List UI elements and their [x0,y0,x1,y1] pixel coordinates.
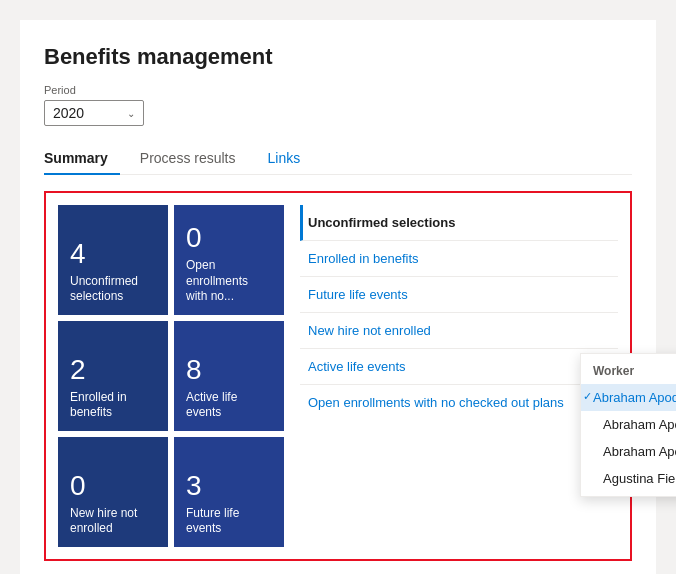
tile-future-label: Future life events [186,506,272,537]
tile-open-label: Open enrollments with no... [186,258,272,305]
period-label: Period [44,84,632,96]
tab-process-results[interactable]: Process results [140,142,248,174]
tile-active-count: 8 [186,356,272,384]
tile-unconfirmed-label: Unconfirmed selections [70,274,156,305]
tile-new-hire-label: New hire not enrolled [70,506,156,537]
summary-box: 4 Unconfirmed selections 0 Open enrollme… [44,191,632,561]
dropdown-item-1[interactable]: Abraham Apodaca [581,411,676,438]
tab-links[interactable]: Links [268,142,313,174]
tabs-bar: Summary Process results Links [44,142,632,175]
period-chevron-icon: ⌄ [127,108,135,119]
dropdown-header: Worker [581,358,676,384]
tile-enrolled-count: 2 [70,356,156,384]
tile-open-count: 0 [186,224,272,252]
page-container: Benefits management Period 2020 ⌄ Summar… [20,20,656,574]
filter-new-hire[interactable]: New hire not enrolled [300,313,618,349]
tile-unconfirmed-count: 4 [70,240,156,268]
tile-new-hire-count: 0 [70,472,156,500]
tile-open-enrollments[interactable]: 0 Open enrollments with no... [174,205,284,315]
tile-future-life[interactable]: 3 Future life events [174,437,284,547]
tile-future-count: 3 [186,472,272,500]
tile-enrolled-benefits[interactable]: 2 Enrolled in benefits [58,321,168,431]
filter-panel: Unconfirmed selections Enrolled in benef… [296,205,618,547]
tile-active-label: Active life events [186,390,272,421]
tile-unconfirmed-selections[interactable]: 4 Unconfirmed selections [58,205,168,315]
filter-open-enroll[interactable]: Open enrollments with no checked out pla… [300,385,618,420]
tile-new-hire[interactable]: 0 New hire not enrolled [58,437,168,547]
dropdown-item-2[interactable]: Abraham Apodaca [581,438,676,465]
dropdown-item-3[interactable]: Agustina Fierro [581,465,676,492]
tiles-grid: 4 Unconfirmed selections 0 Open enrollme… [58,205,284,547]
filter-unconfirmed[interactable]: Unconfirmed selections [300,205,618,241]
tile-active-life[interactable]: 8 Active life events [174,321,284,431]
filter-future[interactable]: Future life events [300,277,618,313]
filter-active-life[interactable]: Active life events [300,349,618,385]
page-title: Benefits management [44,44,632,70]
tab-summary[interactable]: Summary [44,142,120,174]
filter-enrolled[interactable]: Enrolled in benefits [300,241,618,277]
worker-dropdown: Worker Abraham Apodaca Abraham Apodaca A… [580,353,676,497]
dropdown-item-0[interactable]: Abraham Apodaca [581,384,676,411]
period-value: 2020 [53,105,107,121]
period-select[interactable]: 2020 ⌄ [44,100,144,126]
tile-enrolled-label: Enrolled in benefits [70,390,156,421]
